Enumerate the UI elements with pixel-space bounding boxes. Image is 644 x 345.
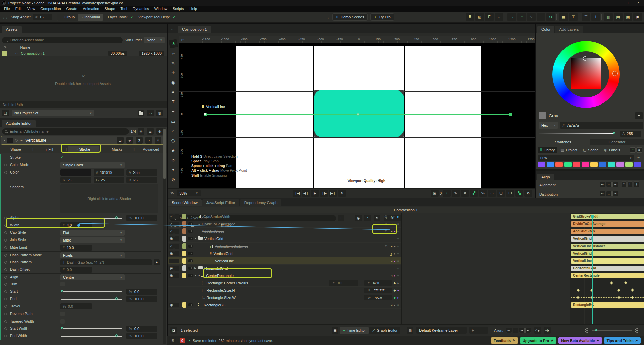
- tab-assets[interactable]: Assets: [2, 26, 22, 33]
- palette-more-icon[interactable]: ⋯: [637, 155, 640, 160]
- focus-icon[interactable]: ⁘: [145, 137, 152, 144]
- saturation-value-square[interactable]: [571, 58, 601, 89]
- track-rectangle-size-w[interactable]: [570, 294, 644, 301]
- align-button-5[interactable]: ⇥: [634, 182, 639, 187]
- arrows-outline-icon[interactable]: ◂▸: [388, 252, 396, 255]
- end-width-slider[interactable]: [61, 336, 122, 337]
- keyframe-circle-icon[interactable]: [15, 139, 18, 142]
- tab-composition[interactable]: Composition 1: [178, 26, 211, 33]
- alpha-slider-knob[interactable]: [115, 216, 118, 219]
- project-set-dropdown[interactable]: No Project Set...∨: [12, 110, 94, 116]
- layer-ports[interactable]: ◂▸○: [388, 272, 399, 279]
- table-icon[interactable]: ▦: [559, 13, 568, 21]
- tab-attribute-editor[interactable]: Attribute Editor: [2, 120, 36, 127]
- swatch-4[interactable]: [573, 162, 580, 167]
- status-button-new-beta-available[interactable]: New Beta Available✦: [558, 337, 602, 344]
- timeline-zoom-slider[interactable]: [592, 330, 632, 331]
- track-horizontalgrid[interactable]: HorizontalGrid: [570, 265, 644, 272]
- render-toggle[interactable]: [188, 245, 193, 248]
- status-button-tips-and-tricks[interactable]: Tips and Tricks➤: [604, 337, 641, 344]
- check-icon[interactable]: ✓: [60, 155, 63, 159]
- keyframe-circle-icon[interactable]: [4, 313, 7, 315]
- track-bar[interactable]: DivideToGetAverage: [571, 221, 644, 227]
- track-bar[interactable]: RectangleBG: [571, 302, 644, 308]
- transform-tool[interactable]: ⌖: [169, 108, 177, 116]
- attr-tab-advanced[interactable]: Advanced: [135, 146, 167, 153]
- track-bar[interactable]: VerticalGrid: [571, 236, 644, 242]
- align-button-3[interactable]: ⇤: [621, 182, 627, 187]
- step-back-icon[interactable]: ◀❘: [302, 190, 310, 197]
- asset-row[interactable]: ▭Composition 130.00fps1920 x 1080: [0, 50, 167, 56]
- track-dividetogetaverage[interactable]: DivideToGetAverage: [570, 220, 644, 228]
- grid-view-icon[interactable]: ⠛: [630, 147, 636, 153]
- hex-field[interactable]: #7a7a7a: [560, 122, 643, 129]
- menu-animation[interactable]: Animation: [80, 6, 102, 12]
- arrows-dim-icon[interactable]: ◂▸: [389, 215, 395, 218]
- file-path-field[interactable]: No File Path: [0, 101, 167, 108]
- arrows-magenta-icon[interactable]: ◂▸: [389, 259, 396, 263]
- attribute-search-input[interactable]: Enter an Attribute name: [2, 128, 129, 135]
- alpha-slider[interactable]: [539, 133, 614, 134]
- checker-icon[interactable]: ▚: [515, 190, 523, 197]
- render-toggle[interactable]: [188, 303, 193, 306]
- layer-ports[interactable]: ◂▸○: [386, 250, 399, 257]
- align-button-2[interactable]: ⇥: [612, 182, 618, 187]
- layer-color-swatch[interactable]: [182, 236, 186, 242]
- attribute-layer-header[interactable]: ▼ ·–· VerticalLine ⊐ ◂▸ ⊼ ⁘ ✕: [1, 136, 165, 145]
- chevrons-icon[interactable]: ≫: [479, 190, 487, 197]
- render-toggle[interactable]: [188, 237, 193, 240]
- layer-row-verticallinedistance[interactable]: ✓VerticalLineDistance∅◂▸○: [168, 243, 401, 250]
- cube-icon[interactable]: ▧: [475, 13, 484, 21]
- toggle-slot-2[interactable]: [174, 229, 179, 234]
- layer-row-verticalgrid[interactable]: ◉▼VerticalGrid○: [168, 235, 401, 243]
- toggle-slot-2[interactable]: [174, 266, 179, 271]
- alpha-field[interactable]: A255: [620, 131, 641, 137]
- line-end-handle[interactable]: [509, 113, 512, 116]
- rectangle-size-w-field-0[interactable]: W700.0: [364, 295, 392, 300]
- travel-field[interactable]: %0.0: [60, 303, 92, 309]
- end-slider[interactable]: [61, 299, 122, 300]
- arrows-dim-icon[interactable]: ◂▸: [389, 303, 396, 307]
- keyframe-circle-icon[interactable]: [4, 164, 7, 166]
- alpha-slider[interactable]: [61, 218, 122, 219]
- circle-icon[interactable]: ○: [397, 245, 399, 248]
- key-align-button-2[interactable]: ⇥: [519, 328, 525, 333]
- keyframe-diamond[interactable]: [576, 296, 580, 299]
- join-style-dropdown[interactable]: Mitre∨: [60, 237, 125, 243]
- swatch-0[interactable]: [538, 162, 545, 167]
- diamond-icon[interactable]: ◆: [394, 289, 396, 292]
- clear-icon[interactable]: ⊗: [156, 128, 163, 135]
- speaker-icon[interactable]: ♪: [443, 190, 451, 197]
- eye-toggle[interactable]: ◉: [169, 273, 174, 278]
- snap-angle-field[interactable]: # 15: [33, 14, 52, 20]
- block-icon[interactable]: ∅: [385, 245, 388, 248]
- swatch-3[interactable]: [564, 162, 572, 167]
- dash-offset-field[interactable]: #0.0: [60, 267, 92, 273]
- key-align-button-3[interactable]: ⇤: [525, 328, 531, 333]
- render-toggle[interactable]: [188, 230, 193, 233]
- eye-toggle[interactable]: ◉: [169, 236, 174, 241]
- line-pivot-handle[interactable]: [357, 113, 359, 116]
- keyframe-circle-icon[interactable]: [4, 217, 7, 219]
- track-bar[interactable]: VerticalLine: [571, 258, 644, 264]
- layer-color-swatch[interactable]: [182, 214, 186, 219]
- layer-ports[interactable]: ∅◂▸●: [383, 213, 399, 220]
- layer-ports[interactable]: ∅◂▸○: [383, 228, 399, 235]
- tab-dependency-graph[interactable]: Dependency Graph: [240, 199, 282, 206]
- attribute-scrollbar[interactable]: [163, 128, 166, 344]
- eyedropper-icon[interactable]: ✒: [635, 112, 643, 119]
- circle-icon[interactable]: ○: [397, 252, 399, 255]
- menu-create[interactable]: Create: [64, 6, 80, 12]
- camera-tool[interactable]: ◉: [169, 78, 177, 86]
- attr-tab-masks[interactable]: Masks: [101, 146, 133, 153]
- camera-icon[interactable]: ▣: [633, 13, 642, 21]
- circle-icon[interactable]: ○: [397, 222, 399, 226]
- status-button-upgrade-to-pro[interactable]: Upgrade to Pro★: [520, 337, 556, 344]
- toolbar-grip[interactable]: ⋮⋮: [2, 15, 8, 19]
- tri-magenta-icon[interactable]: ▸: [397, 296, 399, 299]
- diamond-icon[interactable]: ◆: [394, 281, 396, 285]
- toggle-slot-1[interactable]: [169, 259, 174, 263]
- key-align-button-1[interactable]: ↔: [513, 328, 518, 333]
- swatch-5[interactable]: [582, 162, 589, 167]
- keyframe-circle-icon[interactable]: [4, 335, 7, 337]
